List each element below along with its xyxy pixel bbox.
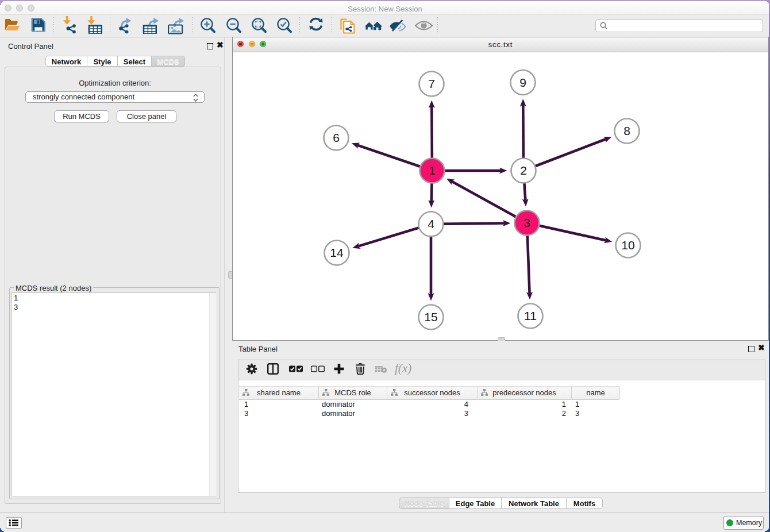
svg-text:1: 1 [429,164,436,177]
svg-text:9: 9 [519,76,526,89]
svg-text:11: 11 [524,309,537,322]
svg-text:15: 15 [424,310,437,323]
svg-text:7: 7 [428,77,435,90]
svg-text:14: 14 [330,246,344,259]
svg-text:2: 2 [520,164,527,177]
svg-text:6: 6 [333,131,340,144]
svg-text:3: 3 [523,216,530,229]
svg-text:8: 8 [623,124,630,137]
svg-text:10: 10 [621,238,634,252]
svg-text:4: 4 [428,217,434,230]
